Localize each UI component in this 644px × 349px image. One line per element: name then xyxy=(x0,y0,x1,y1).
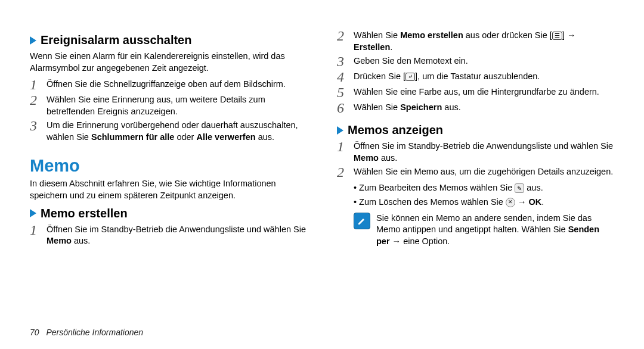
delete-icon: ✕ xyxy=(506,198,515,207)
bullet-list: Zum Bearbeiten des Memos wählen Sie ✎ au… xyxy=(354,182,614,209)
steps-list: 1 Öffnen Sie im Standby-Betrieb die Anwe… xyxy=(30,224,307,247)
bullet-item: Zum Löschen des Memos wählen Sie ✕ → OK. xyxy=(354,196,614,209)
step-item: 2 Wählen Sie ein Memo aus, um die zugehö… xyxy=(337,166,614,179)
right-column: 2 Wählen Sie Memo erstellen aus oder drü… xyxy=(337,30,614,322)
section-intro: In diesem Abschnitt erfahren Sie, wie Si… xyxy=(30,178,307,201)
step-item: 4 Drücken Sie [⤶], um die Tastatur auszu… xyxy=(337,71,614,84)
subheading-memo-erstellen: Memo erstellen xyxy=(30,207,307,220)
step-text: Drücken Sie [⤶], um die Tastatur auszubl… xyxy=(354,71,614,83)
back-key-icon: ⤶ xyxy=(405,73,415,81)
footer-section: Persönliche Informationen xyxy=(46,328,143,337)
step-text: Geben Sie den Memotext ein. xyxy=(354,55,614,67)
step-text: Öffnen Sie im Standby-Betrieb die Anwend… xyxy=(47,224,307,247)
step-number: 5 xyxy=(337,85,354,99)
chevron-right-icon xyxy=(337,126,343,135)
step-number: 3 xyxy=(337,54,354,68)
step-item: 5 Wählen Sie eine Farbe aus, um die Hint… xyxy=(337,86,614,99)
step-text: Wählen Sie Speichern aus. xyxy=(354,102,614,114)
step-item: 2 Wählen Sie eine Erinnerung aus, um wei… xyxy=(30,94,307,117)
step-number: 1 xyxy=(30,223,47,237)
subheading-memos-anzeigen: Memos anzeigen xyxy=(337,123,614,137)
step-item: 6 Wählen Sie Speichern aus. xyxy=(337,102,614,115)
step-number: 2 xyxy=(30,93,47,107)
step-text: Öffnen Sie im Standby-Betrieb die Anwend… xyxy=(354,141,614,164)
page-footer: 70 Persönliche Informationen xyxy=(30,328,143,337)
chevron-right-icon xyxy=(30,36,36,45)
step-number: 1 xyxy=(30,77,47,92)
bullet-item: Zum Bearbeiten des Memos wählen Sie ✎ au… xyxy=(354,182,614,195)
note-box: Sie können ein Memo an andere senden, in… xyxy=(337,213,614,248)
note-text: Sie können ein Memo an andere senden, in… xyxy=(376,213,614,248)
step-text: Um die Erinnerung vorübergehend oder dau… xyxy=(47,120,307,143)
menu-key-icon: ☰ xyxy=(552,32,562,40)
step-number: 2 xyxy=(337,29,354,43)
steps-list: 1 Öffnen Sie die Schnellzugriffanzeige o… xyxy=(30,79,307,143)
edit-icon: ✎ xyxy=(515,183,524,193)
step-item: 1 Öffnen Sie die Schnellzugriffanzeige o… xyxy=(30,79,307,92)
steps-list-continued: 2 Wählen Sie Memo erstellen aus oder drü… xyxy=(337,30,614,115)
steps-list: 1 Öffnen Sie im Standby-Betrieb die Anwe… xyxy=(337,141,614,179)
step-item: 1 Öffnen Sie im Standby-Betrieb die Anwe… xyxy=(30,224,307,247)
subheading-text: Memo erstellen xyxy=(41,207,128,220)
step-text: Wählen Sie Memo erstellen aus oder drück… xyxy=(354,30,614,53)
page-number: 70 xyxy=(30,328,39,337)
subheading-text: Ereignisalarm ausschalten xyxy=(41,33,191,47)
left-column: Ereignisalarm ausschalten Wenn Sie einen… xyxy=(30,30,307,322)
step-number: 3 xyxy=(30,119,47,133)
step-item: 3 Geben Sie den Memotext ein. xyxy=(337,55,614,68)
section-title-memo: Memo xyxy=(30,156,307,176)
step-item: 3 Um die Erinnerung vorübergehend oder d… xyxy=(30,120,307,143)
intro-paragraph: Wenn Sie einen Alarm für ein Kalenderere… xyxy=(30,51,307,74)
step-number: 2 xyxy=(337,165,354,179)
chevron-right-icon xyxy=(30,209,36,217)
step-text: Wählen Sie eine Farbe aus, um die Hinter… xyxy=(354,86,614,98)
step-text: Wählen Sie eine Erinnerung aus, um weite… xyxy=(47,94,307,117)
subheading-text: Memos anzeigen xyxy=(348,123,443,137)
step-number: 6 xyxy=(337,101,354,115)
step-number: 4 xyxy=(337,70,354,84)
step-text: Wählen Sie ein Memo aus, um die zugehöri… xyxy=(354,166,614,178)
step-item: 2 Wählen Sie Memo erstellen aus oder drü… xyxy=(337,30,614,53)
step-number: 1 xyxy=(337,139,354,154)
page-content: Ereignisalarm ausschalten Wenn Sie einen… xyxy=(30,30,614,322)
step-text: Öffnen Sie die Schnellzugriffanzeige obe… xyxy=(47,79,307,91)
subheading-ereignisalarm: Ereignisalarm ausschalten xyxy=(30,33,307,47)
step-item: 1 Öffnen Sie im Standby-Betrieb die Anwe… xyxy=(337,141,614,164)
note-icon xyxy=(354,213,370,229)
